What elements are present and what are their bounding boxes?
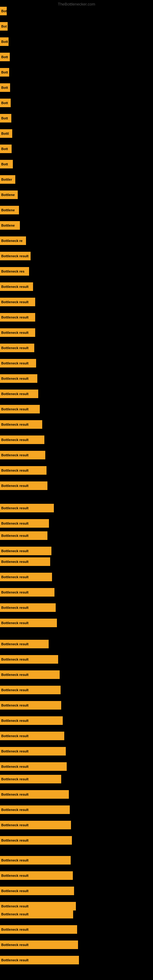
bottleneck-bar: Bott (0, 145, 12, 153)
bar-item: Bottleneck result (0, 405, 40, 414)
bottleneck-bar: Bottleneck result (0, 252, 30, 260)
bottleneck-bar: Bot (0, 22, 8, 30)
bar-item: Bottleneck result (0, 298, 35, 306)
bar-item: Bott (0, 160, 13, 169)
bar-item: Bottleneck result (0, 547, 51, 555)
bottleneck-bar: Bottleneck re (0, 236, 26, 245)
bar-item: Bottleneck result (0, 252, 30, 260)
bar-item: Bottleneck result (0, 313, 35, 321)
bottleneck-bar: Bott (0, 52, 10, 61)
bar-item: Bottleneck result (0, 762, 67, 771)
bottleneck-bar: Bottleneck result (0, 374, 37, 383)
bottleneck-bar: Bottleneck res (0, 267, 29, 275)
bottleneck-bar: Bottleneck result (0, 640, 49, 648)
bottleneck-bar: Bottleneck result (0, 531, 48, 540)
bottleneck-bar: Bottleneck result (0, 655, 58, 663)
bottleneck-bar: Bott (0, 83, 10, 92)
bar-item: Bottleneck result (0, 856, 71, 865)
bar-item: Bottleneck result (0, 686, 61, 694)
bottleneck-bar: Bottleneck result (0, 519, 49, 528)
bottleneck-bar: Bott (0, 37, 9, 46)
bottleneck-bar: Bottleneck result (0, 886, 74, 895)
bottleneck-bar: Bottleneck result (0, 313, 35, 321)
bottleneck-bar: Bottleneck result (0, 956, 79, 964)
bar-item: Bottleneck result (0, 940, 78, 949)
bottleneck-bar: Bott (0, 68, 9, 76)
bottleneck-bar: Bottleneck result (0, 451, 45, 460)
bottleneck-bar: Bottleneck result (0, 390, 38, 398)
bar-item: Bottleneck result (0, 910, 73, 918)
bar-item: Bottleneck result (0, 436, 45, 444)
bar-item: Bottlene (0, 221, 20, 230)
bar-item: Bottleneck result (0, 390, 38, 398)
bar-item: Bottleneck result (0, 504, 54, 512)
bar-item: Bottleneck result (0, 557, 50, 566)
bottleneck-bar: Bottleneck result (0, 405, 40, 414)
bar-item: Bottleneck result (0, 925, 77, 934)
bar-item: Bottleneck result (0, 790, 69, 799)
bar-item: Bottleneck result (0, 640, 49, 648)
bar-item: Bott (0, 99, 11, 107)
bottleneck-bar: Bottleneck result (0, 821, 71, 829)
bar-item: Bottleneck result (0, 344, 34, 352)
bottleneck-bar: Bottleneck result (0, 420, 42, 429)
bottleneck-bar: Bottleneck result (0, 790, 69, 799)
bottleneck-bar: Bot (0, 7, 7, 15)
bar-item: Bottleneck result (0, 805, 70, 814)
bar-item: Bottleneck result (0, 282, 33, 291)
bottleneck-bar: Bottleneck result (0, 504, 54, 512)
bar-item: Bottleneck result (0, 701, 61, 710)
bottleneck-bar: Bottleneck result (0, 775, 61, 783)
bar-item: Bottleneck result (0, 481, 48, 490)
bottleneck-bar: Bottleneck result (0, 925, 77, 934)
bar-item: Bottleneck result (0, 871, 73, 880)
bar-item: Bottleneck result (0, 359, 36, 368)
bottleneck-bar: Bottleneck result (0, 871, 73, 880)
bottleneck-bar: Bottler (0, 175, 15, 184)
bottleneck-bar: Bott (0, 114, 11, 123)
bottleneck-bar: Bottleneck result (0, 805, 70, 814)
bottleneck-bar: Bottleneck result (0, 747, 66, 756)
bottleneck-bar: Bottleneck result (0, 359, 36, 368)
bottleneck-bar: Bottlene (0, 221, 20, 230)
bottleneck-bar: Bottleneck result (0, 573, 52, 581)
bar-item: Bottleneck result (0, 836, 72, 845)
bar-item: Bott (0, 145, 12, 153)
bar-item: Bott (0, 37, 9, 46)
bottleneck-bar: Bottleneck result (0, 732, 64, 740)
bar-item: Bottleneck result (0, 655, 58, 663)
bottleneck-bar: Bottleneck result (0, 716, 63, 725)
bar-item: Bottleneck result (0, 466, 46, 475)
bottleneck-bar: Bottleneck result (0, 910, 73, 918)
bar-item: Bottleneck result (0, 531, 48, 540)
bar-item: Bottleneck result (0, 451, 45, 460)
bottleneck-bar: Bott (0, 160, 13, 169)
bottleneck-bar: Bottleneck result (0, 344, 34, 352)
bar-item: Bottleneck result (0, 956, 79, 964)
bottleneck-bar: Bottlene (0, 191, 18, 199)
bar-item: Bottleneck result (0, 902, 76, 910)
bottleneck-bar: Bottleneck result (0, 298, 35, 306)
bar-item: Bottleneck re (0, 236, 26, 245)
bottleneck-bar: Bottleneck result (0, 940, 78, 949)
bar-item: Bottlene (0, 206, 19, 215)
bar-item: Bottleneck result (0, 573, 52, 581)
bar-item: Bott (0, 52, 10, 61)
bar-item: Bottlene (0, 191, 18, 199)
bar-item: Bottl (0, 129, 12, 138)
bottleneck-bar: Bottleneck result (0, 856, 71, 865)
bottleneck-bar: Bottleneck result (0, 686, 61, 694)
bottleneck-bar: Bottleneck result (0, 282, 33, 291)
bottleneck-bar: Bottlene (0, 206, 19, 215)
bottleneck-bar: Bottleneck result (0, 902, 76, 910)
bar-item: Bottleneck result (0, 716, 63, 725)
bar-item: Bottler (0, 175, 15, 184)
site-title: TheBottlenecker.com (58, 2, 95, 6)
bar-item: Bott (0, 114, 11, 123)
bar-item: Bottleneck result (0, 328, 35, 337)
bottleneck-bar: Bottleneck result (0, 603, 56, 612)
bar-item: Bottleneck result (0, 821, 71, 829)
bar-item: Bottleneck result (0, 588, 54, 597)
bar-item: Bott (0, 83, 10, 92)
bottleneck-bar: Bottleneck result (0, 619, 57, 627)
